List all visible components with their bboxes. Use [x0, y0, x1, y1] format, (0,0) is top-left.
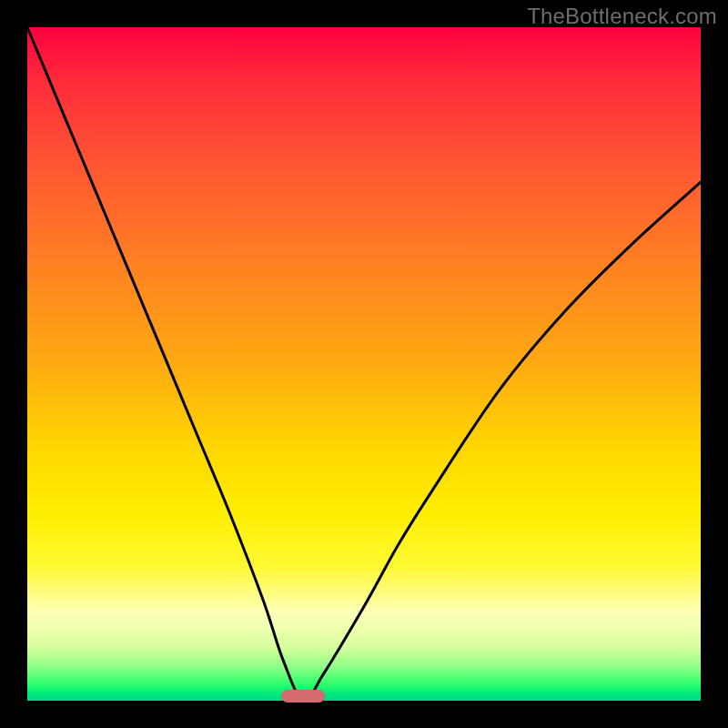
bottleneck-curve	[27, 27, 701, 701]
curve-path	[27, 27, 701, 701]
watermark-text: TheBottleneck.com	[527, 4, 717, 29]
optimal-marker	[281, 690, 325, 703]
